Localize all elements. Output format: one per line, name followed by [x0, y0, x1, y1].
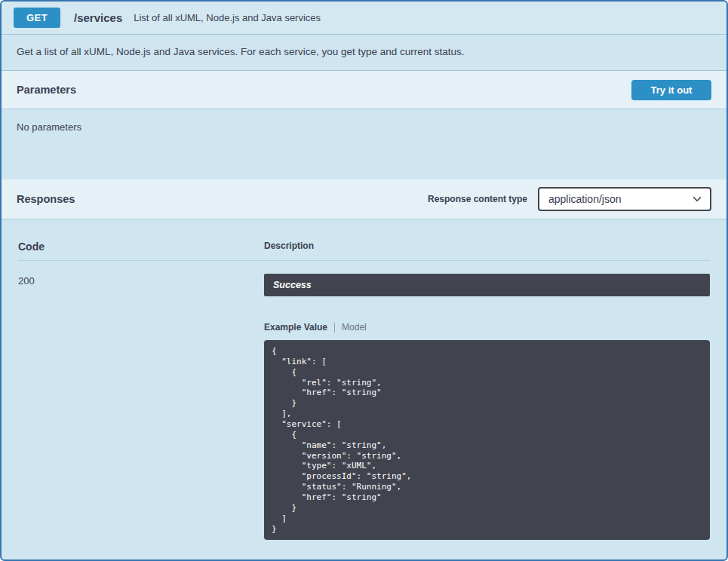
operation-block-get-services: GET /services List of all xUML, Node.js … [0, 0, 728, 561]
endpoint-path: /services [74, 11, 122, 24]
tab-example-value[interactable]: Example Value [264, 322, 327, 333]
tab-divider [334, 323, 335, 333]
code-column-header: Code [18, 241, 264, 253]
responses-title: Responses [17, 193, 75, 205]
responses-table-header: Code Description [18, 231, 710, 261]
parameters-title: Parameters [17, 84, 76, 96]
responses-table: Code Description 200 Success Example Val… [2, 219, 726, 558]
tab-model[interactable]: Model [342, 322, 367, 333]
response-code: 200 [18, 274, 264, 540]
parameters-section-header: Parameters Try it out [2, 71, 726, 109]
response-row-200: 200 Success Example Value Model { "link"… [18, 261, 710, 540]
response-description-bar: Success [264, 274, 710, 296]
responses-section-header: Responses Response content type applicat… [2, 179, 726, 219]
try-it-out-button[interactable]: Try it out [631, 80, 711, 100]
operation-summary[interactable]: GET /services List of all xUML, Node.js … [2, 2, 726, 35]
http-method-badge: GET [14, 8, 60, 28]
response-content-type-group: Response content type application/json [428, 187, 711, 211]
no-parameters-text: No parameters [17, 121, 711, 133]
operation-description: Get a list of all xUML, Node.js and Java… [2, 35, 726, 71]
response-content-type-select[interactable]: application/json [538, 187, 711, 211]
description-column-header: Description [264, 241, 710, 253]
example-model-tabs: Example Value Model [264, 322, 710, 333]
chevron-down-icon [692, 194, 702, 204]
endpoint-summary: List of all xUML, Node.js and Java servi… [134, 12, 321, 23]
parameters-body: No parameters [2, 109, 726, 179]
response-content-type-label: Response content type [428, 194, 527, 204]
selected-content-type: application/json [548, 193, 622, 205]
example-json-block[interactable]: { "link": [ { "rel": "string", "href": "… [264, 340, 710, 540]
response-description-cell: Success Example Value Model { "link": [ … [264, 274, 710, 540]
